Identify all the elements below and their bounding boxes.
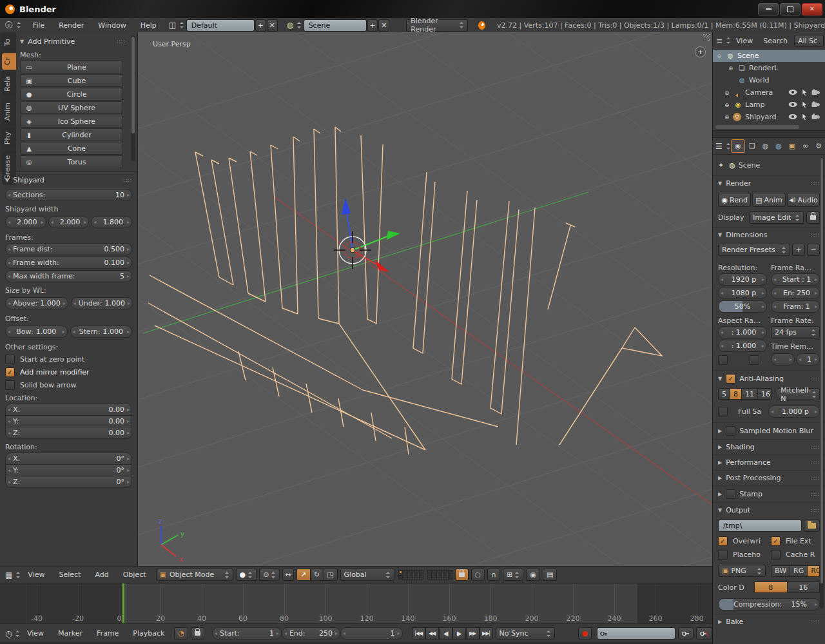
current-frame-field[interactable]: 1 xyxy=(340,627,403,639)
stamp-panel-header[interactable]: Stamp xyxy=(718,489,820,499)
aa-samples-group[interactable]: 5 8 11 16 xyxy=(718,388,772,400)
gizmo-y-arrow[interactable] xyxy=(387,231,400,240)
menu-item[interactable]: Window xyxy=(91,21,133,30)
render-panel-header[interactable]: Render xyxy=(718,179,820,188)
minimize-button[interactable] xyxy=(758,3,779,15)
editor-arrows-icon[interactable] xyxy=(15,630,19,637)
crop-check[interactable] xyxy=(750,355,759,365)
tab-modifiers[interactable]: ⚙ xyxy=(812,140,825,152)
antialiasing-checkbox[interactable]: ✓ xyxy=(726,374,735,384)
rotation-z-field[interactable]: Z:0° xyxy=(5,476,132,488)
translate-manipulator-button[interactable]: ↗ xyxy=(297,569,311,580)
keying-set-field[interactable] xyxy=(597,627,675,639)
location-z-field[interactable]: Z:0.00 xyxy=(5,427,132,439)
menu-item[interactable]: Frame xyxy=(90,629,126,638)
aspect-x-field[interactable]: : 1.000 xyxy=(718,326,767,338)
magnet-snap-button[interactable]: ∩ xyxy=(487,569,500,581)
viewport-shading-selector[interactable]: ● xyxy=(236,569,257,581)
frame-step-field[interactable]: Fram: 1 xyxy=(771,300,820,313)
sync-mode-selector[interactable]: No Sync xyxy=(496,627,555,639)
menu-item[interactable]: File xyxy=(26,21,52,30)
resolution-x-field[interactable]: 1920 p xyxy=(718,273,767,286)
full-sample-checkbox[interactable] xyxy=(718,407,728,416)
outliner-row-renderlayers[interactable]: ⊕ ❏ RenderL xyxy=(713,62,825,74)
remove-preset-button[interactable]: − xyxy=(807,244,820,256)
file-format-selector[interactable]: ▣PNG xyxy=(718,565,766,577)
timeline-editor-icon[interactable]: ◷ xyxy=(5,629,12,638)
dimensions-panel-header[interactable]: Dimensions xyxy=(718,231,820,239)
outliner-editor-icon[interactable]: ≡ xyxy=(716,36,723,45)
pin-icon[interactable]: ✦ xyxy=(718,161,724,170)
mesh-primitive-button[interactable]: ● Circle xyxy=(20,88,123,101)
audio-button[interactable]: ◀)Audio xyxy=(787,193,820,207)
stern-field[interactable]: Stern:1.000 xyxy=(70,326,133,338)
resolution-y-field[interactable]: 1080 p xyxy=(718,287,767,299)
layers-widget-2[interactable] xyxy=(427,570,452,580)
display-lock-button[interactable] xyxy=(806,211,820,224)
scene-selector[interactable]: Scene xyxy=(304,19,367,32)
editor-arrows-icon[interactable] xyxy=(726,143,731,150)
tab-constraints[interactable]: ∞ xyxy=(799,140,812,152)
mesh-primitive-button[interactable]: ▭ Plane xyxy=(20,61,123,73)
close-button[interactable]: ✕ xyxy=(802,3,822,15)
shelf-scrollbar[interactable] xyxy=(131,35,135,161)
bake-panel-header[interactable]: Bake xyxy=(718,618,820,626)
outliner-row-shipyard[interactable]: ⊕ ▽ Shipyard xyxy=(713,111,825,123)
mode-selector[interactable]: ▣ Object Mode xyxy=(156,569,233,581)
editor-switch-arrows-icon[interactable] xyxy=(16,22,21,28)
screen-layout-icon[interactable]: ◫ xyxy=(169,21,176,30)
animation-button[interactable]: ▤Anim xyxy=(752,193,785,207)
delete-layout-button[interactable]: ✕ xyxy=(267,19,278,32)
editor-arrows-icon[interactable] xyxy=(726,37,731,44)
fps-selector[interactable]: 24 fps xyxy=(771,326,820,338)
aa-samples-16[interactable]: 16 xyxy=(758,389,772,399)
location-x-field[interactable]: X:0.00 xyxy=(5,404,132,416)
file-browse-button[interactable] xyxy=(804,520,820,532)
menu-item[interactable]: Playback xyxy=(126,629,171,638)
snap-toggle[interactable]: ○ xyxy=(471,569,485,581)
translate-gizmo[interactable] xyxy=(339,198,400,272)
max-width-frame-field[interactable]: Max width frame:5 xyxy=(5,270,132,282)
menu-item[interactable]: Add xyxy=(88,571,115,579)
output-path-field[interactable]: /tmp\ xyxy=(718,520,802,532)
mesh-primitive-button[interactable]: ▣ Cube xyxy=(20,74,123,87)
scale-manipulator-button[interactable]: ◳ xyxy=(324,569,337,580)
border-check[interactable] xyxy=(718,355,728,365)
aspect-y-field[interactable]: : 1.000 xyxy=(718,340,767,352)
tab-world[interactable]: ◍ xyxy=(772,140,785,152)
3d-viewport[interactable]: z y x User Persp (1) Shipyard + ToCrRela… xyxy=(0,32,712,567)
shelf-tab[interactable]: Rela xyxy=(2,72,16,96)
restore-button[interactable] xyxy=(780,3,801,15)
width-field-3[interactable]: 1.800 xyxy=(91,216,132,228)
bow-field[interactable]: Bow:1.000 xyxy=(5,326,68,338)
channels-group[interactable]: BW RG RG xyxy=(771,565,820,577)
lock-to-scene-button[interactable] xyxy=(455,569,469,581)
overwrite-checkbox[interactable]: ✓ xyxy=(718,536,728,546)
aa-filter-selector[interactable]: Mitchell-N xyxy=(777,388,820,400)
outliner-row-lamp[interactable]: ⊕ ◉ Lamp xyxy=(713,99,825,111)
tab-render[interactable]: ◉ xyxy=(731,139,745,153)
visibility-eye-icon[interactable] xyxy=(788,89,797,95)
channels-rgba[interactable]: RG xyxy=(808,566,820,576)
shelf-tab[interactable]: To xyxy=(2,34,16,51)
mesh-primitive-button[interactable]: ▲ Cone xyxy=(20,142,123,155)
menu-item[interactable]: View xyxy=(21,571,52,579)
depth-16-button[interactable]: 16 xyxy=(788,582,820,592)
aa-samples-11[interactable]: 11 xyxy=(742,389,758,399)
tab-render-layers[interactable]: ❏ xyxy=(746,140,759,152)
mesh-primitive-button[interactable]: ◈ Ico Sphere xyxy=(20,115,123,128)
info-editor-icon[interactable]: ⓘ xyxy=(5,20,13,31)
selectability-cursor-icon[interactable] xyxy=(801,101,808,108)
rotation-x-field[interactable]: X:0° xyxy=(5,453,132,465)
width-field-2[interactable]: 2.000 xyxy=(48,216,90,228)
mesh-primitive-button[interactable]: ▮ Cylinder xyxy=(20,128,123,141)
opengl-render-anim-button[interactable]: ▤ xyxy=(543,569,557,581)
snap-element-selector[interactable]: ⊞ xyxy=(503,569,523,581)
menu-item[interactable]: Search xyxy=(758,37,793,45)
region-expand-button[interactable]: + xyxy=(695,46,706,57)
renderability-camera-icon[interactable] xyxy=(811,89,820,95)
tab-object[interactable]: ▣ xyxy=(786,140,799,152)
aa-samples-5[interactable]: 5 xyxy=(719,389,730,399)
outliner-row-camera[interactable]: ⊕ Camera xyxy=(713,86,825,99)
under-field[interactable]: Under:1.000 xyxy=(71,297,133,309)
